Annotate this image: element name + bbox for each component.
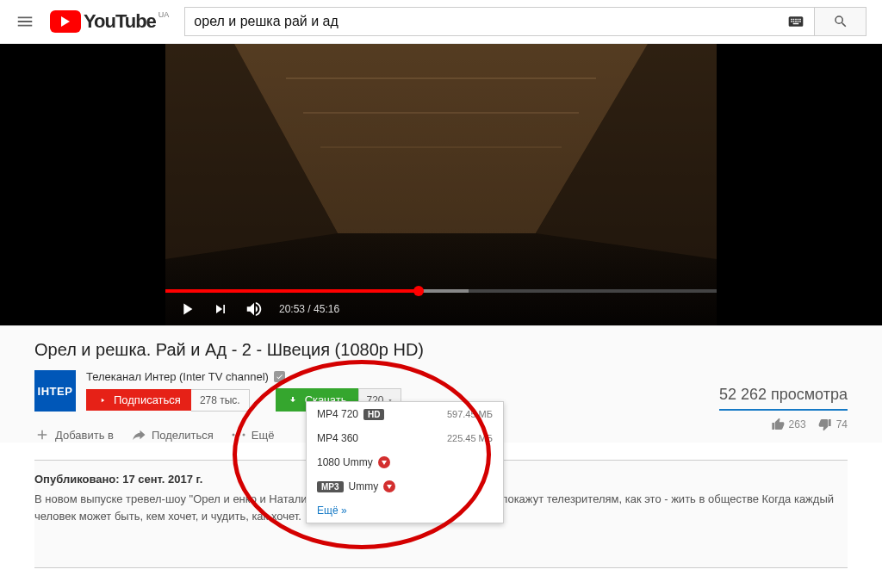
video-frame bbox=[165, 44, 717, 325]
channel-name[interactable]: Телеканал Интер (Inter TV channel) bbox=[86, 370, 401, 383]
keyboard-icon[interactable] bbox=[787, 13, 804, 30]
menu-icon[interactable] bbox=[16, 12, 34, 31]
add-to-button[interactable]: Добавить в bbox=[34, 427, 114, 443]
thumbs-up-icon bbox=[771, 418, 785, 431]
svg-point-7 bbox=[232, 434, 234, 436]
download-icon bbox=[288, 395, 298, 405]
play-button[interactable] bbox=[177, 300, 196, 319]
plus-icon bbox=[34, 427, 50, 443]
search-icon bbox=[833, 14, 848, 29]
mp3-badge: MP3 bbox=[317, 481, 344, 492]
like-button[interactable]: 263 bbox=[771, 418, 806, 431]
more-button[interactable]: Ещё bbox=[231, 429, 275, 442]
player-controls: 20:53 / 45:16 bbox=[165, 293, 717, 325]
youtube-logo-text: YouTube bbox=[84, 10, 156, 33]
hd-badge: HD bbox=[363, 409, 384, 420]
region-badge: UA bbox=[158, 10, 170, 19]
share-button[interactable]: Поделиться bbox=[131, 427, 214, 443]
verified-icon bbox=[274, 371, 285, 382]
ummy-icon bbox=[383, 480, 395, 492]
search-box bbox=[184, 7, 866, 36]
svg-point-9 bbox=[242, 434, 245, 436]
subscribe-button[interactable]: Подписаться bbox=[86, 389, 191, 411]
dislike-button[interactable]: 74 bbox=[818, 418, 848, 431]
youtube-logo-icon bbox=[50, 10, 81, 33]
time-display: 20:53 / 45:16 bbox=[279, 303, 339, 315]
channel-avatar[interactable]: ІНТЕР bbox=[34, 370, 76, 412]
video-info-section: Орел и решка. Рай и Ад - 2 - Швеция (108… bbox=[0, 325, 882, 443]
youtube-icon bbox=[96, 394, 109, 406]
video-player[interactable]: 20:53 / 45:16 bbox=[0, 44, 882, 325]
download-option-mp3-ummy[interactable]: MP3 Ummy bbox=[307, 474, 503, 498]
next-button[interactable] bbox=[212, 300, 229, 318]
thumbs-down-icon bbox=[818, 418, 832, 431]
download-option-mp4-720[interactable]: MP4 720 HD 597.45 МБ bbox=[307, 402, 503, 426]
youtube-logo[interactable]: YouTube UA bbox=[50, 10, 169, 33]
views-block: 52 262 просмотра 263 74 bbox=[719, 386, 848, 431]
view-count: 52 262 просмотра bbox=[719, 386, 848, 411]
header: YouTube UA bbox=[0, 0, 882, 44]
video-title: Орел и решка. Рай и Ад - 2 - Швеция (108… bbox=[34, 340, 848, 360]
channel-row: ІНТЕР Телеканал Интер (Inter TV channel)… bbox=[34, 370, 848, 412]
search-button[interactable] bbox=[815, 7, 866, 36]
share-icon bbox=[131, 427, 146, 443]
ummy-icon bbox=[378, 456, 390, 468]
download-dropdown: MP4 720 HD 597.45 МБ MP4 360 225.45 МБ 1… bbox=[306, 401, 504, 523]
search-input[interactable] bbox=[184, 7, 815, 36]
svg-point-8 bbox=[237, 434, 239, 436]
download-option-1080-ummy[interactable]: 1080 Ummy bbox=[307, 450, 503, 474]
subscriber-count: 278 тыс. bbox=[191, 389, 250, 412]
download-more-link[interactable]: Ещё » bbox=[307, 498, 503, 523]
download-option-mp4-360[interactable]: MP4 360 225.45 МБ bbox=[307, 426, 503, 450]
volume-button[interactable] bbox=[245, 300, 264, 319]
ellipsis-icon bbox=[231, 432, 246, 437]
